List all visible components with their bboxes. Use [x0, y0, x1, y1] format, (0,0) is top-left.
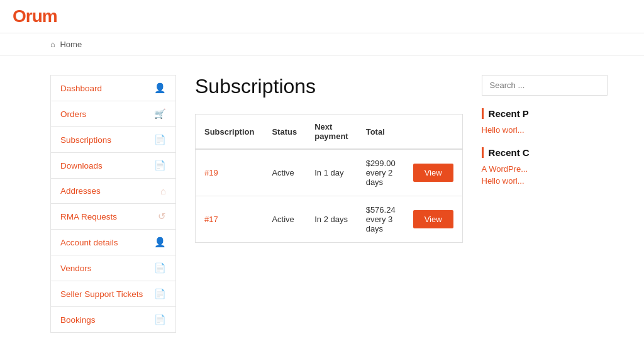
site-logo: Orum	[13, 6, 57, 26]
sidebar-link-support[interactable]: Seller Support Tickets 📄	[51, 281, 175, 306]
sidebar-item-orders: Orders 🛒	[51, 101, 175, 127]
col-subscription: Subscription	[196, 115, 264, 150]
sidebar-navigation: Dashboard 👤 Orders 🛒 Subscriptions 📄	[50, 75, 176, 333]
subscription-next-2: In 2 days	[306, 196, 357, 243]
view-button-1[interactable]: View	[413, 164, 453, 182]
view-button-2[interactable]: View	[413, 210, 453, 228]
col-action	[404, 115, 462, 150]
vendors-icon: 📄	[154, 262, 166, 274]
subscription-status-1: Active	[263, 149, 306, 196]
recent-posts-section: Recent P Hello worl...	[482, 108, 608, 135]
subscription-total-1: $299.00 every 2 days	[357, 149, 404, 196]
col-total: Total	[357, 115, 404, 150]
orders-icon: 🛒	[154, 108, 166, 120]
subscriptions-icon: 📄	[154, 134, 166, 145]
right-sidebar: Recent P Hello worl... Recent C A WordPr…	[482, 75, 608, 333]
recent-comment-link-1[interactable]: A WordPre...	[482, 164, 608, 174]
subscription-action-2: View	[404, 196, 462, 243]
col-next-payment: Next payment	[306, 115, 357, 150]
sidebar-item-support-tickets: Seller Support Tickets 📄	[51, 281, 175, 307]
breadcrumb-home-link[interactable]: Home	[60, 40, 82, 49]
subscriptions-table: Subscription Status Next payment Total #…	[195, 114, 463, 243]
subscription-link-1[interactable]: #19	[204, 168, 218, 177]
sidebar-item-addresses: Addresses ⌂	[51, 179, 175, 204]
recent-comment-link-2[interactable]: Hello worl...	[482, 176, 608, 186]
sidebar-link-dashboard[interactable]: Dashboard 👤	[51, 76, 175, 101]
sidebar-item-subscriptions: Subscriptions 📄	[51, 127, 175, 153]
subscription-id-1: #19	[196, 149, 264, 196]
breadcrumb: ⌂ Home	[0, 33, 644, 56]
sidebar-link-bookings[interactable]: Bookings 📄	[51, 307, 175, 332]
subscription-total-2: $576.24 every 3 days	[357, 196, 404, 243]
sidebar-item-vendors: Vendors 📄	[51, 255, 175, 281]
home-icon: ⌂	[50, 40, 55, 49]
bookings-icon: 📄	[154, 314, 166, 325]
downloads-icon: 📄	[154, 160, 166, 171]
subscription-id-2: #17	[196, 196, 264, 243]
subscription-link-2[interactable]: #17	[204, 215, 218, 224]
account-icon: 👤	[154, 237, 166, 248]
subscription-action-1: View	[404, 149, 462, 196]
table-row: #19 Active In 1 day $299.00 every 2 days…	[196, 149, 463, 196]
sidebar-link-account[interactable]: Account details 👤	[51, 230, 175, 255]
sidebar-link-downloads[interactable]: Downloads 📄	[51, 153, 175, 178]
table-row: #17 Active In 2 days $576.24 every 3 day…	[196, 196, 463, 243]
sidebar-item-rma: RMA Requests ↺	[51, 204, 175, 230]
support-icon: 📄	[154, 288, 166, 299]
sidebar-item-account: Account details 👤	[51, 230, 175, 255]
sidebar-link-vendors[interactable]: Vendors 📄	[51, 255, 175, 281]
recent-posts-title: Recent P	[482, 108, 608, 119]
content-area: Subscriptions Subscription Status Next p…	[195, 75, 463, 333]
sidebar-link-rma[interactable]: RMA Requests ↺	[51, 204, 175, 229]
sidebar-link-subscriptions[interactable]: Subscriptions 📄	[51, 127, 175, 152]
col-status: Status	[263, 115, 306, 150]
sidebar-item-downloads: Downloads 📄	[51, 153, 175, 179]
subscription-next-1: In 1 day	[306, 149, 357, 196]
subscriptions-table-wrapper: Subscription Status Next payment Total #…	[195, 114, 463, 243]
sidebar-link-addresses[interactable]: Addresses ⌂	[51, 179, 175, 203]
recent-post-link-1[interactable]: Hello worl...	[482, 125, 608, 135]
rma-icon: ↺	[158, 211, 166, 222]
sidebar-item-bookings: Bookings 📄	[51, 307, 175, 332]
subscription-status-2: Active	[263, 196, 306, 243]
search-input[interactable]	[482, 75, 608, 96]
sidebar-item-dashboard: Dashboard 👤	[51, 76, 175, 101]
recent-comments-title: Recent C	[482, 147, 608, 158]
dashboard-icon: 👤	[154, 82, 166, 94]
sidebar-link-orders[interactable]: Orders 🛒	[51, 101, 175, 126]
recent-comments-section: Recent C A WordPre... Hello worl...	[482, 147, 608, 186]
addresses-icon: ⌂	[160, 186, 166, 196]
page-title: Subscriptions	[195, 75, 463, 98]
